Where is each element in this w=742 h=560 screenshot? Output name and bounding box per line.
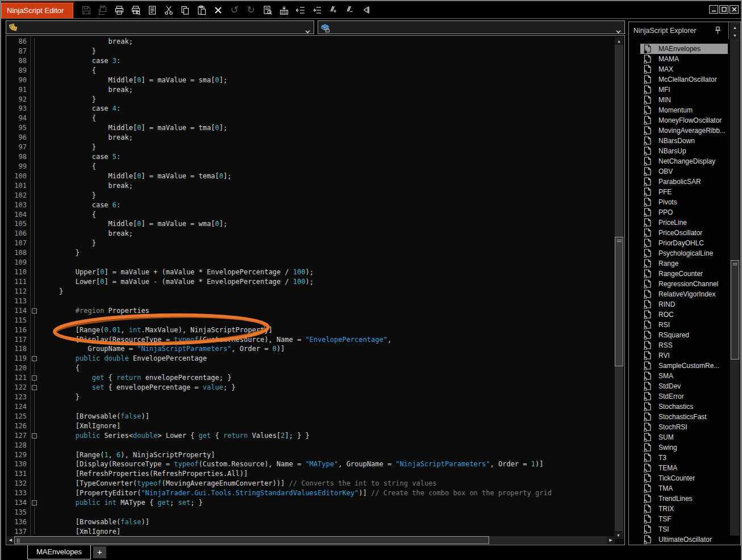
explorer-item-tickcounter[interactable]: TickCounter	[640, 473, 728, 483]
explorer-item-nbarsup[interactable]: NBarsUp	[640, 146, 728, 156]
explorer-item-tsi[interactable]: TSI	[640, 524, 728, 534]
explorer-item-mama[interactable]: MAMA	[640, 54, 728, 64]
explorer-item-mfi[interactable]: MFI	[640, 85, 728, 95]
close-button[interactable]	[730, 5, 739, 14]
explorer-scroll-up-icon[interactable]: ▲	[731, 24, 739, 31]
explorer-item-obv[interactable]: OBV	[640, 166, 728, 177]
explorer-item-tsf[interactable]: TSF	[640, 514, 728, 524]
fold-toggle[interactable]: -	[32, 308, 37, 314]
indent-button[interactable]	[310, 3, 323, 16]
cut-button[interactable]	[162, 3, 175, 16]
copy-button[interactable]	[178, 3, 191, 16]
code-line-124: 124	[6, 403, 615, 412]
explorer-scroll-down-icon[interactable]: ▼	[731, 32, 739, 39]
explorer-item-tema[interactable]: TEMA	[640, 463, 728, 473]
code-line-117: 117 [Display(ResourceType = typeof(Custo…	[6, 336, 615, 345]
explorer-item-psychologicalline[interactable]: PsychologicalLine	[640, 248, 728, 258]
fold-toggle[interactable]: -	[32, 500, 37, 505]
outdent-button[interactable]	[294, 3, 307, 16]
flag-button[interactable]	[360, 3, 373, 16]
fold-toggle[interactable]: -	[32, 375, 37, 381]
horizontal-scrollbar[interactable]: ◀ ▶	[7, 536, 615, 544]
explorer-item-stochastics[interactable]: Stochastics	[640, 402, 728, 412]
thumb-grip	[617, 240, 622, 240]
vertical-scrollbar-thumb[interactable]	[615, 237, 623, 366]
explorer-item-momentum[interactable]: Momentum	[640, 105, 728, 115]
document-button[interactable]	[145, 3, 159, 16]
explorer-item-moneyflowoscillator[interactable]: MoneyFlowOscillator	[640, 115, 728, 126]
scroll-left-arrow-icon[interactable]: ◀	[7, 536, 14, 544]
explorer-item-roc[interactable]: ROC	[640, 310, 728, 320]
member-dropdown[interactable]	[318, 20, 625, 34]
line-number: 137	[6, 528, 27, 536]
explorer-item-movingaverageribb[interactable]: MovingAverageRibb...	[640, 126, 728, 136]
explorer-item-rvi[interactable]: RVI	[640, 350, 728, 361]
explorer-item-range[interactable]: Range	[640, 258, 728, 269]
explorer-item-rsi[interactable]: RSI	[640, 320, 728, 330]
explorer-item-stderror[interactable]: StdError	[640, 391, 728, 402]
explorer-item-regressionchannel[interactable]: RegressionChannel	[640, 279, 728, 289]
fold-toggle[interactable]: -	[32, 385, 37, 390]
explorer-item-pfe[interactable]: PFE	[640, 187, 728, 197]
explorer-item-priordayohlc[interactable]: PriorDayOHLC	[640, 238, 728, 248]
code-text: Middle[0] = maValue = tma[0];	[38, 124, 615, 132]
comment-button[interactable]: //+	[327, 3, 340, 16]
explorer-item-min[interactable]: MIN	[640, 95, 728, 105]
horizontal-scrollbar-thumb[interactable]	[14, 536, 489, 544]
explorer-item-sma[interactable]: SMA	[640, 371, 728, 381]
compile-button[interactable]	[277, 3, 290, 16]
scroll-right-arrow-icon[interactable]: ▶	[607, 536, 615, 544]
explorer-item-tma[interactable]: TMA	[640, 483, 728, 494]
scroll-up-arrow-icon[interactable]: ▲	[615, 37, 623, 45]
pin-icon[interactable]	[713, 26, 723, 37]
explorer-item-rind[interactable]: RIND	[640, 299, 728, 310]
explorer-item-relativevigorindex[interactable]: RelativeVigorIndex	[640, 289, 728, 299]
redo-button[interactable]: ↻	[244, 3, 257, 16]
print-preview-button[interactable]	[129, 3, 142, 16]
explorer-item-ultimateoscillator[interactable]: UltimateOscillator	[640, 534, 728, 545]
explorer-item-priceoscillator[interactable]: PriceOscillator	[640, 228, 728, 238]
explorer-item-sum[interactable]: SUM	[640, 432, 728, 442]
explorer-item-t3[interactable]: T3	[640, 453, 728, 463]
explorer-item-ppo[interactable]: PPO	[640, 207, 728, 218]
uncomment-button[interactable]: //−	[343, 3, 356, 16]
scroll-down-arrow-icon[interactable]: ▼	[614, 531, 623, 539]
explorer-item-parabolicsar[interactable]: ParabolicSAR	[640, 177, 728, 187]
minimize-button[interactable]	[709, 5, 718, 14]
explorer-item-rss[interactable]: RSS	[640, 340, 728, 350]
type-dropdown[interactable]	[6, 20, 314, 34]
explorer-item-nbarsdown[interactable]: NBarsDown	[640, 136, 728, 146]
delete-button[interactable]	[211, 3, 224, 16]
paste-button[interactable]	[195, 3, 208, 16]
explorer-item-priceline[interactable]: PriceLine	[640, 218, 728, 228]
add-tab-button[interactable]: +	[93, 546, 106, 558]
maximize-button[interactable]	[719, 5, 728, 14]
explorer-item-maenvelopes[interactable]: MAEnvelopes	[640, 44, 728, 54]
fold-toggle[interactable]: -	[32, 433, 37, 438]
save-button[interactable]	[80, 3, 93, 16]
undo-button[interactable]: ↺	[228, 3, 241, 16]
explorer-item-rangecounter[interactable]: RangeCounter	[640, 269, 728, 279]
tab-maenvelopes[interactable]: MAEnvelopes	[27, 545, 91, 559]
explorer-scrollbar-thumb[interactable]	[731, 260, 739, 360]
line-number: 131	[6, 470, 27, 478]
explorer-item-mcclellanoscillator[interactable]: McClellanOscillator	[640, 74, 728, 85]
fold-toggle[interactable]: -	[32, 356, 37, 361]
explorer-item-netchangedisplay[interactable]: NetChangeDisplay	[640, 156, 728, 166]
code-editor[interactable]: 86 break;87 }88 case 3:89 {90 Middle[0] …	[6, 35, 625, 545]
explorer-item-max[interactable]: MAX	[640, 64, 728, 74]
explorer-item-stochrsi[interactable]: StochRSI	[640, 422, 728, 432]
save-as-button[interactable]	[96, 3, 109, 16]
explorer-item-stochasticsfast[interactable]: StochasticsFast	[640, 412, 728, 422]
print-button[interactable]	[112, 3, 126, 16]
explorer-item-swing[interactable]: Swing	[640, 442, 728, 453]
explorer-item-pivots[interactable]: Pivots	[640, 197, 728, 207]
explorer-item-trendlines[interactable]: TrendLines	[640, 494, 728, 504]
explorer-item-trix[interactable]: TRIX	[640, 504, 728, 514]
find-button[interactable]	[261, 3, 274, 16]
explorer-item-samplecustomre[interactable]: SampleCustomRe...	[640, 361, 728, 371]
explorer-scrollbar[interactable]: ▲ ▼	[730, 23, 740, 536]
explorer-item-stddev[interactable]: StdDev	[640, 381, 728, 391]
explorer-item-rsquared[interactable]: RSquared	[640, 330, 728, 340]
vertical-scrollbar[interactable]: ▲	[615, 37, 623, 538]
